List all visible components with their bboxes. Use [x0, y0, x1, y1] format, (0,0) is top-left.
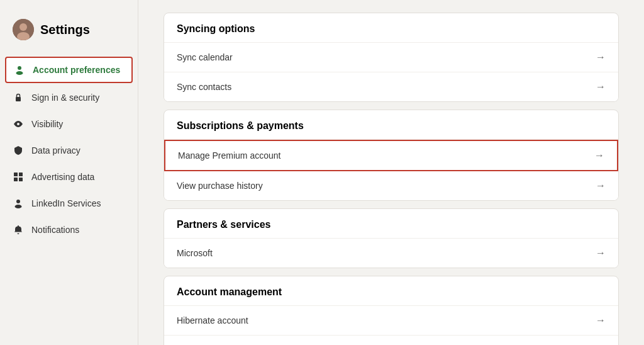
eye-icon [13, 118, 24, 130]
sidebar-item-sign-in-security-label: Sign in & security [31, 93, 99, 103]
sync-calendar-arrow: → [596, 52, 606, 63]
sidebar-header: Settings [0, 13, 138, 55]
sidebar-nav: Account preferences Sign in & security V… [0, 57, 138, 243]
manage-premium-arrow: → [594, 150, 604, 161]
sync-calendar-item[interactable]: Sync calendar → [164, 43, 618, 72]
hibernate-account-item[interactable]: Hibernate account → [164, 306, 618, 336]
hibernate-account-label: Hibernate account [177, 315, 248, 325]
svg-rect-5 [16, 97, 21, 101]
sync-calendar-label: Sync calendar [177, 52, 233, 62]
person-badge-icon [13, 198, 24, 209]
svg-point-3 [18, 66, 21, 70]
page-title: Settings [40, 23, 90, 37]
sync-contacts-label: Sync contacts [177, 82, 231, 92]
section-syncing-options-title: Syncing options [164, 13, 618, 43]
section-syncing-options: Syncing options Sync calendar → Sync con… [164, 13, 619, 102]
manage-premium-item[interactable]: Manage Premium account → [164, 140, 618, 171]
avatar [13, 19, 34, 40]
sync-contacts-arrow: → [596, 81, 606, 93]
bell-icon [13, 224, 24, 235]
svg-point-6 [17, 123, 19, 125]
shield-icon [13, 145, 24, 156]
sidebar-item-notifications-label: Notifications [31, 225, 79, 235]
section-account-management-title: Account management [164, 276, 618, 306]
svg-rect-9 [14, 178, 18, 181]
sidebar: Settings Account preferences Sign in & s… [0, 0, 138, 345]
sidebar-item-visibility-label: Visibility [31, 119, 63, 129]
sidebar-item-advertising-data-label: Advertising data [31, 172, 94, 182]
svg-point-4 [16, 71, 23, 75]
svg-point-11 [16, 200, 20, 203]
person-icon [14, 64, 25, 76]
section-account-management: Account management Hibernate account → C… [164, 276, 619, 345]
microsoft-label: Microsoft [177, 248, 213, 258]
section-partners-services: Partners & services Microsoft → [164, 208, 619, 268]
section-subscriptions-payments: Subscriptions & payments Manage Premium … [164, 110, 619, 201]
sidebar-item-account-preferences-label: Account preferences [33, 65, 120, 75]
view-purchase-history-item[interactable]: View purchase history → [164, 171, 618, 200]
table-icon [13, 171, 24, 183]
main-content: Syncing options Sync calendar → Sync con… [138, 0, 644, 345]
svg-rect-7 [14, 172, 18, 176]
sidebar-item-linkedin-services[interactable]: LinkedIn Services [0, 190, 138, 217]
section-subscriptions-payments-title: Subscriptions & payments [164, 110, 618, 140]
sidebar-item-account-preferences[interactable]: Account preferences [5, 57, 133, 83]
close-account-item[interactable]: Close account → [164, 336, 618, 345]
sidebar-item-sign-in-security[interactable]: Sign in & security [0, 84, 138, 111]
sidebar-item-advertising-data[interactable]: Advertising data [0, 164, 138, 190]
sidebar-item-linkedin-services-label: LinkedIn Services [31, 198, 101, 208]
sidebar-item-visibility[interactable]: Visibility [0, 111, 138, 137]
sidebar-item-data-privacy-label: Data privacy [31, 145, 80, 156]
manage-premium-label: Manage Premium account [178, 150, 280, 161]
microsoft-arrow: → [596, 247, 606, 259]
hibernate-account-arrow: → [596, 315, 606, 326]
lock-icon [13, 92, 24, 103]
view-purchase-history-arrow: → [596, 180, 606, 191]
svg-rect-8 [19, 172, 23, 176]
view-purchase-history-label: View purchase history [177, 181, 263, 191]
microsoft-item[interactable]: Microsoft → [164, 239, 618, 268]
sidebar-item-notifications[interactable]: Notifications [0, 217, 138, 243]
svg-point-1 [19, 23, 27, 31]
svg-point-12 [15, 205, 22, 208]
svg-rect-10 [19, 178, 23, 181]
section-partners-services-title: Partners & services [164, 209, 618, 239]
sidebar-item-data-privacy[interactable]: Data privacy [0, 137, 138, 164]
sync-contacts-item[interactable]: Sync contacts → [164, 72, 618, 101]
